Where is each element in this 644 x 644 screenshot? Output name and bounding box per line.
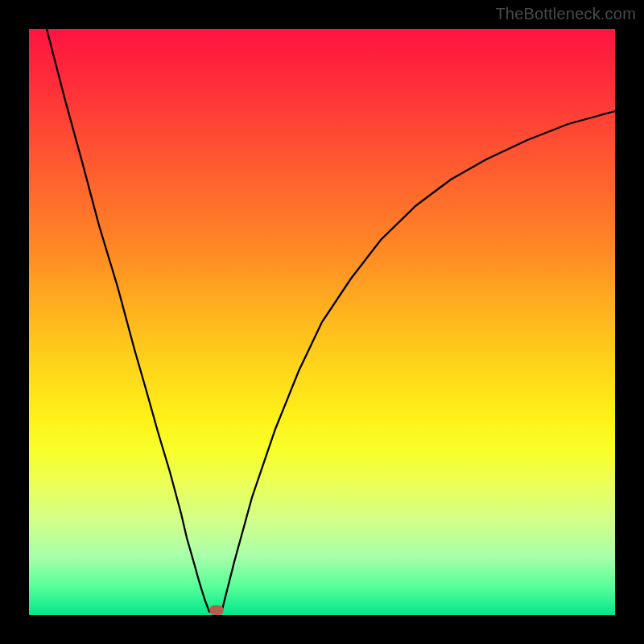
optimal-marker <box>210 605 224 615</box>
chart-frame: TheBottleneck.com <box>0 0 644 644</box>
curve-left-branch <box>47 29 209 612</box>
watermark-text: TheBottleneck.com <box>495 5 636 23</box>
bottleneck-curve <box>29 29 615 615</box>
curve-right-branch <box>222 111 615 609</box>
plot-area <box>29 29 615 615</box>
